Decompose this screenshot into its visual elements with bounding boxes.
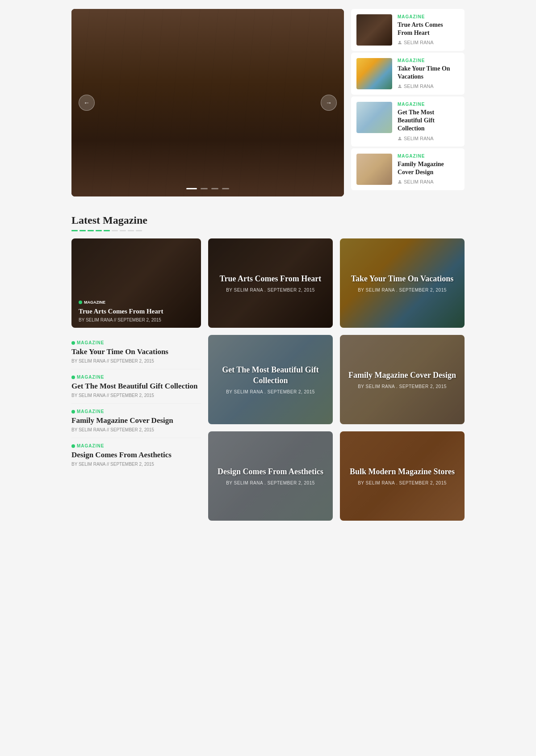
sidebar-title: Get The Most Beautiful Gift Collection: [398, 109, 459, 133]
divider-segment: [120, 230, 126, 231]
list-item[interactable]: MAGAZINE Take Your Time On Vacations BY …: [71, 335, 201, 369]
dot-1[interactable]: [186, 188, 197, 189]
hero-dots: [186, 188, 229, 189]
sidebar-card-image: [356, 154, 392, 185]
sidebar-category: MAGAZINE: [398, 154, 459, 159]
card-badge: MAGAZINE: [79, 300, 194, 305]
dot-3[interactable]: [211, 188, 218, 189]
dot-green-icon: [79, 301, 82, 304]
hero-background: [71, 9, 344, 196]
list-item[interactable]: MAGAZINE Design Comes From Aesthetics BY…: [71, 438, 201, 472]
divider-segment: [128, 230, 134, 231]
sidebar-title: Family Magazine Cover Design: [398, 160, 459, 176]
section-header: Latest Magazine: [71, 214, 465, 231]
card-meta: BY SELIM RANA . SEPTEMBER 2, 2015: [358, 480, 447, 485]
card-content: MAGAZINE True Arts Comes From Heart BY S…: [71, 295, 201, 328]
dot-green-icon: [71, 341, 75, 345]
divider-segment: [104, 230, 110, 231]
list-meta: BY SELIM RANA // SEPTEMBER 2, 2015: [71, 427, 201, 432]
arrow-right-icon: →: [326, 99, 332, 106]
divider-segment: [96, 230, 102, 231]
card-title: True Arts Comes From Heart: [220, 274, 321, 284]
magazine-grid: MAGAZINE True Arts Comes From Heart BY S…: [71, 238, 465, 521]
list-title: Get The Most Beautiful Gift Collection: [71, 381, 201, 391]
right-column: Take Your Time On Vacations BY SELIM RAN…: [340, 238, 465, 521]
grid-card[interactable]: True Arts Comes From Heart BY SELIM RANA…: [208, 238, 333, 328]
card-content: Get The Most Beautiful Gift Collection B…: [208, 335, 333, 424]
sidebar-title: True Arts Comes From Heart: [398, 21, 459, 37]
section-title: Latest Magazine: [71, 214, 465, 226]
card-title: Design Comes From Aesthetics: [218, 467, 323, 477]
svg-point-1: [399, 41, 401, 43]
card-meta: BY SELIM RANA . SEPTEMBER 2, 2015: [226, 288, 315, 292]
sidebar-card[interactable]: MAGAZINE True Arts Comes From Heart SELI…: [351, 9, 465, 51]
card-content: Bulk Modern Magazine Stores BY SELIM RAN…: [340, 431, 465, 521]
section-divider: [71, 230, 465, 231]
dot-green-icon: [71, 410, 75, 414]
sidebar-card-image: [356, 58, 392, 89]
sidebar-card-content: MAGAZINE Take Your Time On Vacations SEL…: [398, 58, 459, 89]
card-title: Family Magazine Cover Design: [348, 370, 456, 380]
card-content: Take Your Time On Vacations BY SELIM RAN…: [340, 238, 465, 328]
hero-prev-button[interactable]: ←: [79, 95, 95, 111]
hero-sidebar: MAGAZINE True Arts Comes From Heart SELI…: [351, 9, 465, 196]
arrow-left-icon: ←: [84, 99, 90, 106]
dot-2[interactable]: [201, 188, 208, 189]
divider-segment: [88, 230, 94, 231]
sidebar-card[interactable]: MAGAZINE Take Your Time On Vacations SEL…: [351, 53, 465, 95]
list-meta: BY SELIM RANA // SEPTEMBER 2, 2015: [71, 462, 201, 467]
list-category: MAGAZINE: [71, 340, 201, 345]
divider-segment: [136, 230, 142, 231]
list-item[interactable]: MAGAZINE Get The Most Beautiful Gift Col…: [71, 369, 201, 404]
list-item[interactable]: MAGAZINE Family Magazine Cover Design BY…: [71, 404, 201, 438]
hero-next-button[interactable]: →: [321, 95, 337, 111]
list-category: MAGAZINE: [71, 375, 201, 380]
card-title: Get The Most Beautiful Gift Collection: [214, 365, 327, 386]
hero-section: ← → MAGAZINE SEPTEMBER 2, 2015 True Arts…: [71, 9, 465, 196]
card-content: Family Magazine Cover Design BY SELIM RA…: [340, 335, 465, 424]
list-title: Family Magazine Cover Design: [71, 416, 201, 426]
card-meta: BY SELIM RANA // SEPTEMBER 2, 2015: [79, 317, 194, 322]
sidebar-card-content: MAGAZINE True Arts Comes From Heart SELI…: [398, 14, 459, 45]
card-content: True Arts Comes From Heart BY SELIM RANA…: [208, 238, 333, 328]
grid-card[interactable]: Family Magazine Cover Design BY SELIM RA…: [340, 335, 465, 424]
svg-point-3: [399, 137, 401, 138]
divider-segment: [71, 230, 78, 231]
list-category: MAGAZINE: [71, 443, 201, 448]
card-meta: BY SELIM RANA . SEPTEMBER 2, 2015: [358, 384, 447, 389]
grid-card[interactable]: Get The Most Beautiful Gift Collection B…: [208, 335, 333, 424]
list-meta: BY SELIM RANA // SEPTEMBER 2, 2015: [71, 393, 201, 398]
sidebar-author: SELIM RANA: [398, 84, 459, 89]
card-title: Take Your Time On Vacations: [351, 274, 454, 284]
list-category: MAGAZINE: [71, 409, 201, 414]
grid-card[interactable]: Bulk Modern Magazine Stores BY SELIM RAN…: [340, 431, 465, 521]
card-meta: BY SELIM RANA . SEPTEMBER 2, 2015: [358, 288, 447, 292]
sidebar-card-content: MAGAZINE Family Magazine Cover Design SE…: [398, 154, 459, 184]
divider-segment: [112, 230, 118, 231]
mid-column: True Arts Comes From Heart BY SELIM RANA…: [208, 238, 333, 521]
card-title: True Arts Comes From Heart: [79, 307, 194, 316]
sidebar-category: MAGAZINE: [398, 58, 459, 63]
list-title: Design Comes From Aesthetics: [71, 450, 201, 460]
hero-main: ← → MAGAZINE SEPTEMBER 2, 2015 True Arts…: [71, 9, 344, 196]
dot-4[interactable]: [222, 188, 229, 189]
sidebar-card-image: [356, 102, 392, 133]
sidebar-card[interactable]: MAGAZINE Family Magazine Cover Design SE…: [351, 148, 465, 190]
left-column: MAGAZINE True Arts Comes From Heart BY S…: [71, 238, 201, 521]
sidebar-card[interactable]: MAGAZINE Get The Most Beautiful Gift Col…: [351, 96, 465, 146]
dot-green-icon: [71, 444, 75, 448]
card-content: Design Comes From Aesthetics BY SELIM RA…: [208, 431, 333, 521]
list-title: Take Your Time On Vacations: [71, 347, 201, 357]
card-title: Bulk Modern Magazine Stores: [350, 467, 455, 477]
svg-point-2: [399, 85, 401, 87]
sidebar-card-content: MAGAZINE Get The Most Beautiful Gift Col…: [398, 102, 459, 141]
sidebar-card-image: [356, 14, 392, 46]
sidebar-category: MAGAZINE: [398, 102, 459, 107]
sidebar-author: SELIM RANA: [398, 40, 459, 45]
divider-segment: [80, 230, 86, 231]
sidebar-author: SELIM RANA: [398, 136, 459, 141]
list-meta: BY SELIM RANA // SEPTEMBER 2, 2015: [71, 359, 201, 363]
grid-card[interactable]: Take Your Time On Vacations BY SELIM RAN…: [340, 238, 465, 328]
featured-card[interactable]: MAGAZINE True Arts Comes From Heart BY S…: [71, 238, 201, 328]
grid-card[interactable]: Design Comes From Aesthetics BY SELIM RA…: [208, 431, 333, 521]
